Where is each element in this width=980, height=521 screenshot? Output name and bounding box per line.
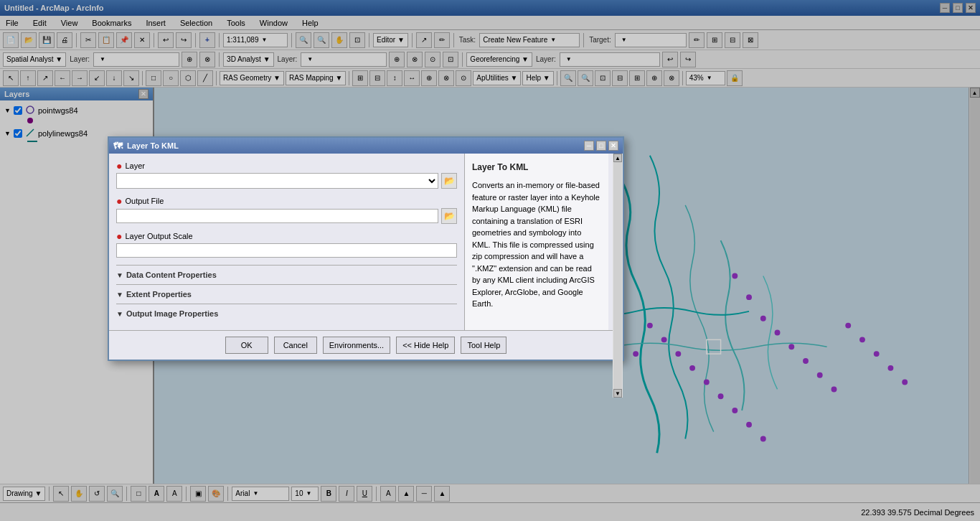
dialog-left-panel: ● Layer 📂 ● — [109, 154, 465, 330]
layer-label-text: Layer — [125, 161, 145, 170]
output-file-required-indicator: ● — [116, 196, 122, 206]
scale-required-indicator: ● — [116, 231, 122, 241]
extent-header[interactable]: ▼ Extent Properties — [116, 288, 457, 300]
output-image-arrow: ▼ — [116, 310, 123, 318]
tool-help-btn[interactable]: Tool Help — [461, 337, 507, 354]
dialog-form-scroll: ● Layer 📂 ● — [116, 161, 457, 323]
dialog-right-container: Layer To KML Converts an in-memory or fi… — [465, 154, 623, 330]
dialog-scroll-up[interactable]: ▲ — [613, 154, 622, 162]
layer-field-row: 📂 — [116, 173, 457, 189]
dialog-right-panel: Layer To KML Converts an in-memory or fi… — [465, 154, 608, 330]
ok-btn[interactable]: OK — [225, 337, 268, 354]
layer-field-label: ● Layer — [116, 161, 457, 171]
output-image-label: Output Image Properties — [126, 309, 218, 318]
dialog-close-btn[interactable]: ✕ — [608, 141, 618, 151]
scale-field-group: ● Layer Output Scale — [116, 231, 457, 258]
dialog-icon: 🗺 — [113, 141, 123, 151]
data-content-section: ▼ Data Content Properties — [116, 265, 457, 284]
dialog-title-left: 🗺 Layer To KML — [113, 141, 179, 151]
scale-label-text: Layer Output Scale — [125, 232, 192, 240]
environments-btn[interactable]: Environments... — [323, 337, 390, 354]
extent-section: ▼ Extent Properties — [116, 284, 457, 304]
output-image-header[interactable]: ▼ Output Image Properties — [116, 308, 457, 319]
output-file-field-group: ● Output File 📂 — [116, 196, 457, 224]
layer-browse-btn[interactable]: 📂 — [441, 173, 457, 189]
dialog-scroll-down[interactable]: ▼ — [613, 389, 622, 398]
dialog-scroll-track[interactable] — [613, 162, 622, 389]
help-title: Layer To KML — [472, 161, 601, 174]
scale-input[interactable] — [116, 243, 457, 258]
dialog-minimize-btn[interactable]: ─ — [584, 141, 594, 151]
hide-help-btn[interactable]: << Hide Help — [396, 337, 455, 354]
dialog-titlebar[interactable]: 🗺 Layer To KML ─ □ ✕ — [109, 138, 623, 154]
dialog-body: ● Layer 📂 ● — [109, 154, 623, 330]
extent-label: Extent Properties — [126, 290, 192, 299]
data-content-header[interactable]: ▼ Data Content Properties — [116, 269, 457, 281]
output-image-section: ▼ Output Image Properties — [116, 304, 457, 323]
dialog-footer: OK Cancel Environments... << Hide Help T… — [109, 330, 623, 360]
output-file-label-text: Output File — [125, 197, 164, 205]
help-description: Converts an in-memory or file-based feat… — [472, 179, 601, 310]
output-file-field-row: 📂 — [116, 208, 457, 224]
output-file-browse-btn[interactable]: 📂 — [441, 208, 457, 224]
dialog-scrollbar[interactable]: ▲ ▼ — [613, 154, 623, 398]
layer-select[interactable] — [116, 173, 438, 189]
scale-field-label: ● Layer Output Scale — [116, 231, 457, 241]
dialog-restore-btn[interactable]: □ — [596, 141, 606, 151]
cancel-btn[interactable]: Cancel — [274, 337, 317, 354]
data-content-arrow: ▼ — [116, 271, 123, 279]
data-content-label: Data Content Properties — [126, 271, 217, 279]
output-file-field-label: ● Output File — [116, 196, 457, 206]
layer-field-group: ● Layer 📂 — [116, 161, 457, 189]
layer-required-indicator: ● — [116, 161, 122, 171]
scale-field-row — [116, 243, 457, 258]
layer-to-kml-dialog: 🗺 Layer To KML ─ □ ✕ ● Layer — [108, 136, 624, 361]
modal-overlay: 🗺 Layer To KML ─ □ ✕ ● Layer — [0, 0, 980, 521]
output-file-input[interactable] — [116, 209, 438, 223]
extent-arrow: ▼ — [116, 291, 123, 299]
dialog-title: Layer To KML — [127, 141, 179, 150]
dialog-controls[interactable]: ─ □ ✕ — [584, 141, 618, 151]
